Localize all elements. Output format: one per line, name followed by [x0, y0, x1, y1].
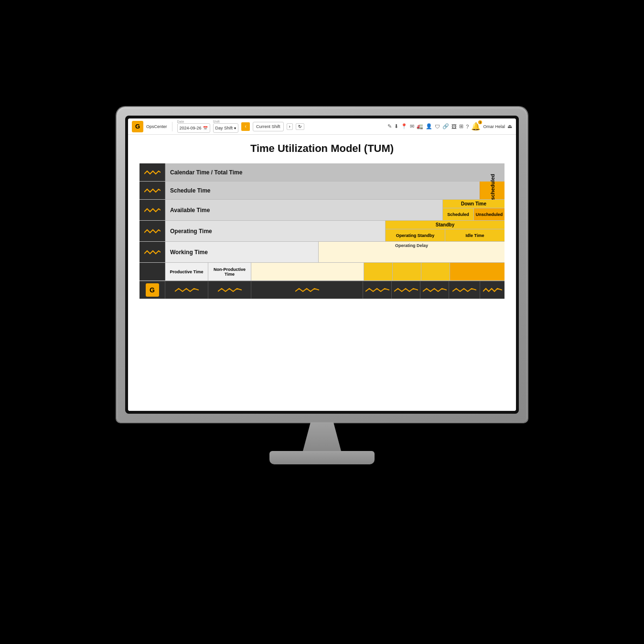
row-sublabels: Productive Time Non-Productive Time [140, 263, 504, 281]
shift-label: Shift [213, 120, 239, 123]
toolbar-icons: ✎ ⬇ 📍 ✉ 🚛 👤 🛡 🔗 🖼 ⊞ ? 🔔 1 [387, 122, 512, 131]
unscheduled-col: Unscheduled [480, 182, 504, 199]
shift-section: Shift Day Shift ▾ [213, 120, 239, 133]
nav-bar: G OpsCenter Date 2024-09-26 📅 Shift [128, 118, 516, 135]
standby-operating: Operating Standby [386, 229, 445, 241]
available-body: Available Time Down Time Scheduled Unsch… [165, 200, 504, 220]
chevron-down-icon: ▾ [234, 126, 236, 130]
date-label: Date [177, 120, 210, 123]
downtime-scheduled: Scheduled [443, 208, 474, 220]
user-icon[interactable]: 👤 [426, 123, 432, 129]
icon-unscheduled [480, 281, 504, 299]
dt-scheduled-spacer [421, 263, 450, 280]
calendar-label: Calendar Time / Total Time [165, 163, 504, 181]
calendar-body: Calendar Time / Total Time [165, 163, 504, 181]
refresh-button[interactable]: ↻ [296, 123, 304, 130]
unscheduled-spacer [480, 263, 504, 280]
operating-body: Operating Time Standby Operating Standby… [165, 221, 504, 241]
op-delay-spacer [251, 263, 364, 280]
available-row-icon [140, 200, 165, 220]
date-section: Date 2024-09-26 📅 [177, 120, 210, 133]
tum-diagram: Calendar Time / Total Time Sche [140, 163, 504, 299]
working-body: Working Time Operating Delay [165, 242, 504, 262]
row-schedule: Schedule Time Unscheduled [140, 182, 504, 200]
monitor-wrapper: G OpsCenter Date 2024-09-26 📅 Shift [107, 107, 537, 537]
truck-icon[interactable]: 🚛 [417, 123, 423, 129]
monitor-body: G OpsCenter Date 2024-09-26 📅 Shift [117, 107, 527, 422]
calendar-row-icon [140, 163, 165, 181]
logout-icon[interactable]: ⏏ [507, 123, 512, 129]
op-delay-label: Operating Delay [319, 242, 504, 249]
downtime-block: Down Time Scheduled Unscheduled [442, 200, 504, 220]
forward-button[interactable]: › [287, 123, 293, 130]
calendar-icon: 📅 [203, 126, 208, 130]
icon-standby-idle [392, 281, 420, 299]
standby-cols-labels [364, 263, 421, 280]
operating-row-icon [140, 221, 165, 241]
op-delay-block: Operating Delay [318, 242, 504, 262]
shift-value: Day Shift [215, 126, 233, 130]
logo-bottom: G [140, 281, 165, 299]
link-icon[interactable]: 🔗 [442, 123, 449, 129]
notif-badge: 1 [478, 120, 482, 124]
monitor-neck [303, 422, 341, 451]
dt-unscheduled-spacer [450, 263, 480, 280]
edit-icon[interactable]: ✎ [387, 123, 392, 129]
schedule-row-icon [140, 182, 165, 199]
app-logo: G [132, 121, 143, 132]
schedule-label: Schedule Time [165, 182, 480, 199]
page-title: Time Utilization Model (TUM) [250, 142, 394, 155]
downtime-header: Down Time [443, 200, 504, 208]
downtime-unscheduled: Unscheduled [474, 208, 504, 220]
icon-dt-unscheduled [449, 281, 480, 299]
date-value: 2024-09-26 [180, 126, 202, 130]
current-shift: Current Shift [253, 122, 284, 131]
monitor-base [269, 451, 375, 464]
user-name: Omar Helal [483, 124, 505, 129]
monitor-screen: G OpsCenter Date 2024-09-26 📅 Shift [128, 118, 516, 411]
icon-op-delay [251, 281, 363, 299]
downtime-cols: Scheduled Unscheduled [443, 208, 504, 220]
app-name-section: OpsCenter [146, 124, 167, 129]
screen-bezel: G OpsCenter Date 2024-09-26 📅 Shift [125, 116, 519, 414]
icon-standby-op [363, 281, 392, 299]
row-working: Working Time Operating Delay [140, 242, 504, 263]
main-content: Time Utilization Model (TUM) Calenda [128, 135, 516, 411]
row-calendar: Calendar Time / Total Time [140, 163, 504, 182]
location-icon[interactable]: 📍 [401, 123, 408, 129]
icon-non-productive [208, 281, 251, 299]
standby-cols: Operating Standby Idle Time [386, 229, 504, 241]
notification-bell[interactable]: 🔔 1 [471, 122, 481, 131]
download-icon[interactable]: ⬇ [394, 123, 398, 129]
help-icon[interactable]: ? [466, 124, 469, 129]
standby-idle: Idle Time [445, 229, 504, 241]
shield-icon[interactable]: 🛡 [435, 124, 440, 129]
working-row-icon [140, 242, 165, 262]
app-name: OpsCenter [146, 124, 167, 129]
back-button[interactable]: ‹ [241, 122, 250, 131]
image-icon[interactable]: 🖼 [451, 124, 457, 129]
bottom-icons-row [165, 281, 480, 299]
message-icon[interactable]: ✉ [410, 123, 414, 129]
standby-header: Standby [386, 221, 504, 229]
logo-g: G [146, 283, 159, 297]
row-available: Available Time Down Time Scheduled Unsch… [140, 200, 504, 221]
shift-select[interactable]: Day Shift ▾ [213, 123, 239, 133]
row-operating: Operating Time Standby Operating Standby… [140, 221, 504, 242]
sub-labels-body: Productive Time Non-Productive Time [165, 263, 480, 280]
icon-productive [165, 281, 208, 299]
fullscreen-icon[interactable]: ⊞ [459, 123, 463, 129]
schedule-body: Schedule Time [165, 182, 480, 199]
non-productive-label: Non-Productive Time [208, 263, 251, 280]
productive-label: Productive Time [165, 263, 208, 280]
date-input[interactable]: 2024-09-26 📅 [177, 123, 210, 133]
standby-block: Standby Operating Standby Idle Time [385, 221, 504, 241]
icon-dt-scheduled [420, 281, 449, 299]
sub-icon-spacer [140, 263, 165, 280]
standby-idle-spacer [393, 263, 421, 280]
row-icons-bottom: G [140, 281, 504, 299]
standby-op-spacer [364, 263, 393, 280]
